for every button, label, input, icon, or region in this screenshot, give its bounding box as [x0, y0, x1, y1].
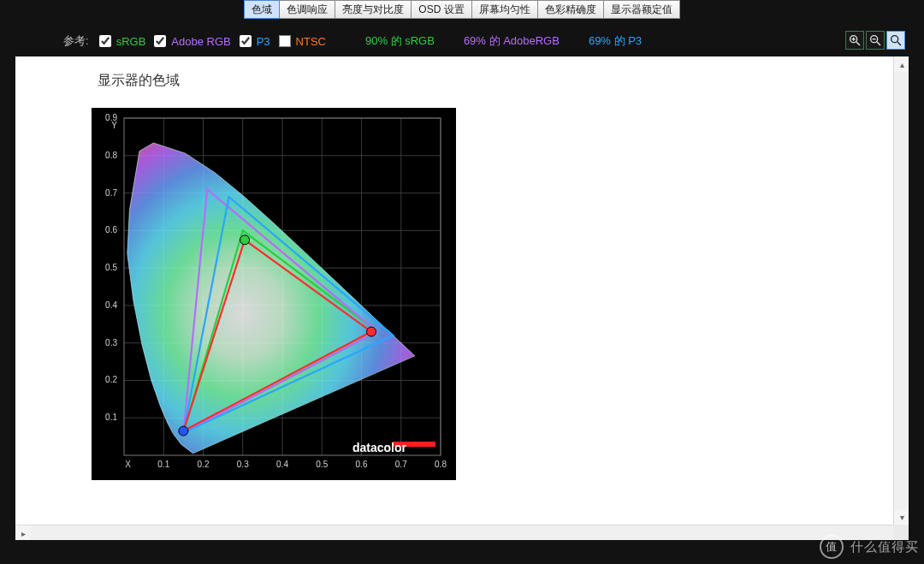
svg-text:0.5: 0.5 [316, 460, 328, 469]
svg-text:0.8: 0.8 [105, 151, 117, 160]
svg-point-35 [179, 426, 188, 436]
zoom-reset-button[interactable] [886, 31, 905, 50]
scrollbar-corner [893, 525, 909, 540]
legend-bar: 参考: sRGB Adobe RGB P3 NTSC 90% 的 sRGB 69… [0, 31, 924, 51]
checkbox-ntsc[interactable]: NTSC [279, 35, 326, 48]
svg-text:0.7: 0.7 [105, 188, 117, 198]
svg-text:0.5: 0.5 [105, 263, 117, 272]
svg-text:0.7: 0.7 [395, 460, 407, 469]
gamut-chart: 0.10.20.30.40.50.60.70.80.10.20.30.40.50… [92, 108, 456, 480]
horizontal-scrollbar[interactable]: ◂ ▸ [15, 525, 893, 540]
tab-contrast[interactable]: 亮度与对比度 [335, 0, 412, 19]
svg-text:0.8: 0.8 [435, 460, 447, 469]
svg-text:X: X [125, 460, 131, 469]
tab-strip: 色域 色调响应 亮度与对比度 OSD 设置 屏幕均匀性 色彩精确度 显示器额定值 [0, 0, 924, 19]
svg-text:0.1: 0.1 [157, 460, 169, 469]
svg-marker-27 [127, 143, 415, 454]
zoom-out-icon [868, 33, 882, 47]
checkbox-ntsc-input[interactable] [279, 35, 291, 47]
scroll-right-arrow[interactable]: ▸ [15, 525, 31, 540]
zoom-reset-icon [889, 33, 903, 47]
watermark-text: 什么值得买 [850, 539, 919, 555]
content-panel: 显示器的色域 0.10.20.30.40.50.60.70.80.10.20.3… [15, 56, 909, 540]
checkbox-adobe[interactable]: Adobe RGB [154, 35, 230, 48]
zoom-out-button[interactable] [866, 31, 885, 50]
zoom-controls [845, 31, 905, 50]
svg-text:0.4: 0.4 [105, 300, 117, 310]
measured-p3: 69% 的 P3 [589, 33, 642, 49]
tab-accuracy[interactable]: 色彩精确度 [538, 0, 604, 19]
checkbox-ntsc-label: NTSC [296, 35, 326, 48]
page-title: 显示器的色域 [98, 72, 180, 90]
checkbox-srgb-label: sRGB [116, 35, 146, 48]
svg-line-8 [897, 42, 901, 45]
checkbox-srgb[interactable]: sRGB [99, 35, 146, 48]
measured-srgb: 90% 的 sRGB [365, 33, 435, 49]
svg-text:0.1: 0.1 [105, 413, 117, 422]
svg-text:Y: Y [111, 121, 117, 130]
svg-text:0.3: 0.3 [105, 338, 117, 347]
tab-uniformity[interactable]: 屏幕均匀性 [472, 0, 538, 19]
gamut-chart-svg: 0.10.20.30.40.50.60.70.80.10.20.30.40.50… [92, 108, 456, 480]
svg-line-1 [856, 42, 860, 45]
checkbox-p3-label: P3 [257, 35, 270, 48]
svg-text:0.6: 0.6 [105, 225, 117, 235]
zoom-in-icon [848, 33, 862, 47]
svg-text:0.2: 0.2 [198, 460, 210, 469]
svg-point-34 [240, 235, 250, 245]
checkbox-p3-input[interactable] [240, 35, 252, 47]
zoom-in-button[interactable] [845, 31, 864, 50]
checkbox-srgb-input[interactable] [99, 35, 111, 47]
reference-label: 参考: [63, 33, 89, 49]
svg-text:0.4: 0.4 [276, 460, 288, 469]
scroll-down-arrow[interactable]: ▾ [894, 509, 909, 525]
svg-text:0.2: 0.2 [105, 375, 117, 384]
tab-gamut[interactable]: 色域 [244, 0, 280, 19]
tab-tonecurve[interactable]: 色调响应 [280, 0, 335, 19]
tab-osd[interactable]: OSD 设置 [412, 0, 471, 19]
svg-text:0.3: 0.3 [237, 460, 249, 469]
svg-point-33 [367, 327, 376, 336]
vertical-scrollbar[interactable]: ▴ ▾ [893, 56, 909, 525]
tab-rating[interactable]: 显示器额定值 [604, 0, 680, 19]
measured-adobe: 69% 的 AdobeRGB [464, 33, 560, 49]
svg-line-5 [877, 42, 880, 45]
checkbox-adobe-label: Adobe RGB [171, 35, 230, 48]
checkbox-adobe-input[interactable] [154, 35, 166, 47]
chart-brand: datacolor [352, 441, 406, 454]
scroll-up-arrow[interactable]: ▴ [894, 56, 909, 72]
svg-text:0.6: 0.6 [356, 460, 368, 469]
svg-point-7 [891, 36, 898, 43]
checkbox-p3[interactable]: P3 [240, 35, 270, 48]
